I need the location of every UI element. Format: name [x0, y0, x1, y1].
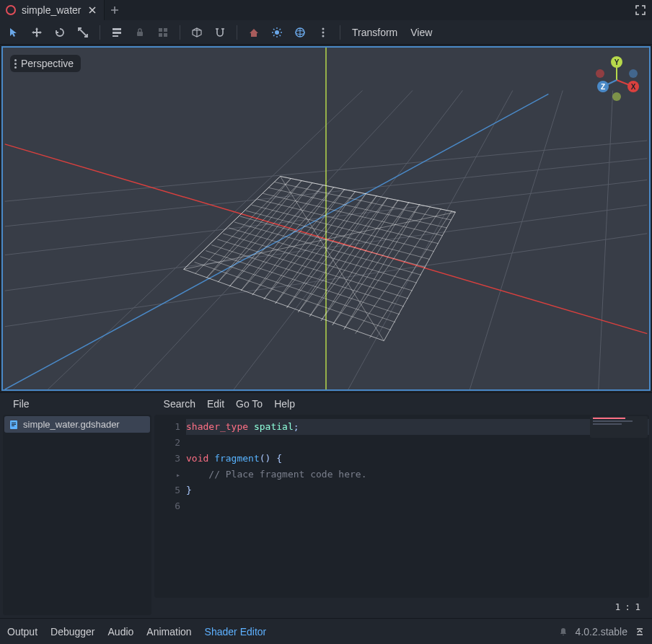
tab-audio[interactable]: Audio — [108, 626, 134, 638]
svg-line-15 — [273, 35, 275, 36]
code-content[interactable]: shader_type spatial;void fragment() { //… — [186, 415, 649, 598]
svg-text:Z: Z — [601, 83, 605, 91]
svg-line-37 — [184, 176, 281, 269]
code-editor: 123▸56 shader_type spatial;void fragment… — [154, 415, 649, 615]
svg-line-46 — [286, 195, 376, 308]
version-label: 4.0.2.stable — [576, 626, 627, 638]
transform-menu[interactable]: Transform — [349, 27, 400, 38]
viewport-toolbar: Transform View — [0, 20, 652, 45]
svg-line-30 — [348, 90, 513, 389]
svg-rect-0 — [113, 28, 121, 30]
svg-line-72 — [206, 178, 291, 278]
search-menu[interactable]: Search — [158, 398, 201, 410]
view-menu[interactable]: View — [408, 27, 435, 38]
svg-rect-99 — [12, 424, 16, 425]
svg-point-19 — [322, 27, 325, 30]
svg-point-8 — [275, 30, 279, 35]
node3d-icon — [6, 5, 16, 15]
svg-line-70 — [281, 176, 384, 340]
perspective-badge[interactable]: Perspective — [10, 55, 81, 72]
svg-point-21 — [322, 35, 325, 37]
svg-line-56 — [269, 188, 447, 228]
svg-line-45 — [276, 193, 366, 304]
rotate-tool-icon[interactable] — [52, 25, 68, 40]
svg-line-55 — [275, 182, 451, 220]
lock-icon[interactable] — [132, 25, 148, 40]
svg-rect-4 — [159, 28, 162, 32]
svg-line-69 — [195, 262, 392, 330]
svg-rect-5 — [164, 28, 167, 32]
cursor-line: 1 — [615, 601, 621, 612]
svg-rect-2 — [113, 35, 118, 37]
list-select-icon[interactable] — [109, 25, 125, 40]
shader-file-item[interactable]: simple_water.gdshader — [4, 416, 150, 433]
sun-icon[interactable] — [269, 25, 285, 40]
svg-line-38 — [195, 178, 291, 273]
line-gutter: 123▸56 — [154, 415, 186, 598]
select-tool-icon[interactable] — [6, 25, 22, 40]
environment-icon[interactable] — [292, 25, 308, 40]
3d-viewport[interactable]: Perspective X Y Z — [1, 46, 651, 391]
svg-point-20 — [322, 31, 325, 33]
more-icon[interactable] — [315, 25, 331, 40]
svg-rect-1 — [113, 32, 121, 34]
svg-line-27 — [48, 90, 362, 389]
scene-tabbar: simple_water — [0, 0, 652, 20]
svg-line-66 — [211, 245, 404, 306]
bell-icon[interactable] — [558, 627, 568, 637]
tab-shader-editor[interactable]: Shader Editor — [205, 626, 267, 638]
svg-line-31 — [470, 90, 563, 389]
svg-line-48 — [309, 200, 398, 317]
perspective-label: Perspective — [21, 58, 74, 69]
svg-text:X: X — [631, 83, 636, 91]
svg-point-90 — [612, 92, 621, 101]
snap-icon[interactable] — [212, 25, 228, 40]
group-icon[interactable] — [155, 25, 171, 40]
scale-tool-icon[interactable] — [75, 25, 91, 40]
axis-gizmo[interactable]: X Y Z — [591, 55, 642, 105]
editor-status: 1 : 1 — [154, 598, 649, 615]
shader-file-icon — [9, 420, 19, 430]
svg-line-14 — [280, 35, 281, 36]
close-icon[interactable] — [87, 4, 98, 16]
move-tool-icon[interactable] — [29, 25, 45, 40]
grip-icon — [14, 59, 17, 69]
svg-line-16 — [280, 29, 281, 30]
svg-line-29 — [234, 90, 462, 389]
svg-rect-100 — [12, 425, 14, 426]
help-menu[interactable]: Help — [268, 398, 301, 410]
svg-rect-98 — [12, 423, 16, 423]
collapse-icon[interactable] — [635, 627, 645, 637]
add-tab-button[interactable] — [105, 0, 125, 20]
svg-line-42 — [241, 187, 334, 291]
tab-output[interactable]: Output — [7, 626, 38, 638]
shader-file-name: simple_water.gdshader — [23, 419, 120, 430]
svg-marker-36 — [184, 176, 456, 340]
bottom-panel-tabs: Output Debugger Audio Animation Shader E… — [0, 618, 652, 644]
svg-line-28 — [133, 90, 413, 389]
cursor-col: 1 — [635, 601, 640, 612]
svg-text:Y: Y — [614, 58, 620, 66]
file-menu[interactable]: File — [7, 398, 35, 410]
svg-rect-7 — [164, 33, 167, 37]
minimap[interactable] — [590, 416, 648, 438]
svg-line-81 — [309, 198, 387, 317]
svg-rect-6 — [159, 33, 162, 37]
shader-editor-menu: File Search Edit Go To Help — [0, 393, 652, 415]
svg-line-47 — [298, 198, 387, 312]
svg-line-84 — [344, 204, 420, 330]
tab-animation[interactable]: Animation — [146, 626, 191, 638]
local-coords-icon[interactable] — [189, 25, 205, 40]
tab-debugger[interactable]: Debugger — [50, 626, 95, 638]
scene-tab[interactable]: simple_water — [0, 0, 105, 20]
shader-file-list: simple_water.gdshader — [3, 415, 151, 615]
svg-rect-3 — [137, 32, 143, 36]
code-area[interactable]: 123▸56 shader_type spatial;void fragment… — [154, 415, 649, 598]
camera-override-icon[interactable] — [246, 25, 262, 40]
svg-line-67 — [206, 251, 400, 314]
svg-line-60 — [246, 211, 430, 259]
goto-menu[interactable]: Go To — [230, 398, 268, 410]
svg-line-13 — [273, 29, 275, 30]
expand-icon[interactable] — [633, 3, 648, 17]
edit-menu[interactable]: Edit — [201, 398, 230, 410]
